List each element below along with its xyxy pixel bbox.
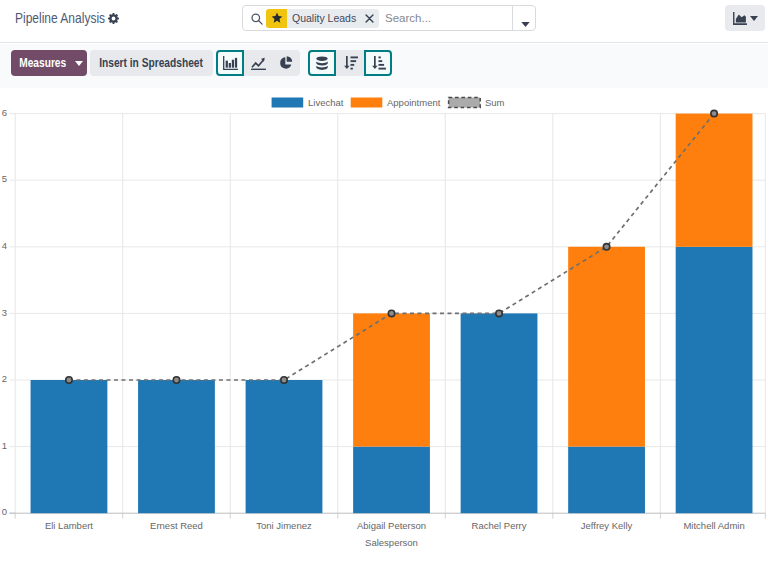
svg-text:2: 2 [2,373,7,384]
svg-text:Mitchell Admin: Mitchell Admin [683,520,744,531]
svg-text:Abigail Peterson: Abigail Peterson [357,520,426,531]
svg-text:5: 5 [2,173,7,184]
svg-text:4: 4 [2,240,7,251]
svg-text:Jeffrey Kelly: Jeffrey Kelly [581,520,633,531]
svg-text:Salesperson: Salesperson [365,537,418,548]
svg-text:6: 6 [2,107,7,118]
svg-text:Eli Lambert: Eli Lambert [45,520,93,531]
svg-text:Rachel Perry: Rachel Perry [472,520,527,531]
svg-text:1: 1 [2,440,7,451]
svg-text:Sum: Sum [485,97,505,108]
svg-text:Ernest Reed: Ernest Reed [150,520,203,531]
svg-text:0: 0 [2,506,7,517]
svg-text:Toni Jimenez: Toni Jimenez [256,520,312,531]
svg-text:Appointment: Appointment [387,97,441,108]
svg-text:3: 3 [2,307,7,318]
svg-text:Livechat: Livechat [308,97,344,108]
